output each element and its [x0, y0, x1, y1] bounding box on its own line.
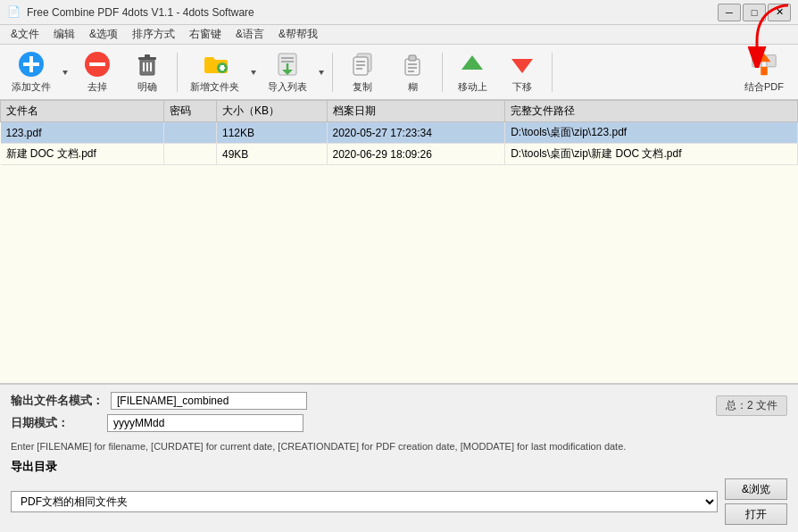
menu-language[interactable]: &语言	[229, 25, 271, 44]
export-directory-select[interactable]: PDF文档的相同文件夹	[11, 491, 718, 512]
cell-size: 112KB	[216, 122, 327, 144]
remove-label: 去掉	[87, 80, 107, 94]
table-row[interactable]: 123.pdf 112KB 2020-05-27 17:23:34 D:\too…	[1, 122, 798, 144]
copy-button[interactable]: 复制	[339, 48, 386, 96]
col-header-size[interactable]: 大小（KB）	[216, 101, 327, 122]
combine-label: 结合PDF	[744, 80, 784, 94]
cell-date: 2020-06-29 18:09:26	[327, 144, 505, 165]
import-dropdown[interactable]	[317, 48, 326, 96]
output-input[interactable]	[111, 392, 307, 410]
output-row: 输出文件名模式：	[11, 392, 698, 410]
add-file-dropdown[interactable]	[61, 48, 71, 96]
col-header-date[interactable]: 档案日期	[327, 101, 505, 122]
menu-help[interactable]: &帮帮我	[271, 25, 325, 44]
total-section: 总：2 文件	[716, 392, 787, 416]
add-file-button[interactable]: 添加文件	[5, 48, 57, 96]
minimize-button[interactable]: ─	[718, 4, 741, 21]
form-section: 输出文件名模式： 日期模式：	[11, 392, 698, 436]
date-label: 日期模式：	[11, 415, 100, 431]
combine-icon	[750, 50, 778, 79]
cell-password	[163, 122, 216, 144]
sep1	[177, 53, 178, 92]
col-header-path[interactable]: 完整文件路径	[505, 101, 798, 122]
svg-rect-26	[356, 68, 362, 70]
paste-icon	[398, 50, 427, 79]
open-button[interactable]: 打开	[725, 503, 787, 525]
cell-path: D:\tools\桌面\zip\新建 DOC 文档.pdf	[505, 144, 798, 165]
browse-button[interactable]: &浏览	[725, 478, 787, 500]
move-down-label: 下移	[512, 80, 532, 94]
clear-button[interactable]: 明确	[124, 48, 170, 96]
move-down-button[interactable]: 下移	[499, 48, 545, 96]
new-folder-label: 新增文件夹	[190, 80, 239, 94]
output-label: 输出文件名模式：	[11, 393, 104, 409]
cell-password	[163, 144, 216, 165]
remove-button[interactable]: 去掉	[74, 48, 121, 96]
main-content: 文件名 密码 大小（KB） 档案日期 完整文件路径 123.pdf 112KB …	[0, 100, 798, 532]
bottom-panel: 输出文件名模式： 日期模式： 总：2 文件 Enter [FILENAME] f…	[0, 384, 798, 532]
add-file-label: 添加文件	[12, 80, 51, 94]
cell-date: 2020-05-27 17:23:34	[327, 122, 505, 144]
svg-rect-8	[145, 54, 150, 58]
sep2	[332, 53, 333, 92]
app-title: Free Combine PDF 4dots V1.1 - 4dots Soft…	[27, 6, 254, 19]
svg-rect-24	[356, 61, 365, 62]
file-table-container: 文件名 密码 大小（KB） 档案日期 完整文件路径 123.pdf 112KB …	[0, 100, 798, 384]
file-table: 文件名 密码 大小（KB） 档案日期 完整文件路径 123.pdf 112KB …	[0, 100, 798, 165]
export-title: 导出目录	[11, 459, 787, 475]
svg-rect-14	[220, 67, 225, 69]
svg-marker-21	[319, 71, 324, 75]
clear-icon	[133, 50, 162, 79]
new-folder-dropdown[interactable]	[249, 48, 258, 96]
bottom-top-row: 输出文件名模式： 日期模式： 总：2 文件	[11, 392, 787, 436]
hint-text: Enter [FILENAME] for filename, [CURDATE]…	[11, 440, 787, 453]
paste-label: 糊	[408, 80, 418, 94]
toolbar: 添加文件 去掉 明确	[0, 45, 798, 100]
svg-rect-29	[408, 63, 417, 65]
title-bar-left: 📄 Free Combine PDF 4dots V1.1 - 4dots So…	[7, 5, 254, 20]
sep4	[552, 53, 553, 92]
menu-bar: &文件 编辑 &选项 排序方式 右窗键 &语言 &帮帮我	[0, 25, 798, 45]
svg-marker-3	[62, 71, 68, 75]
app-icon: 📄	[7, 5, 21, 20]
svg-rect-17	[281, 57, 294, 59]
import-icon	[273, 50, 302, 79]
paste-button[interactable]: 糊	[389, 48, 436, 96]
menu-sort[interactable]: 排序方式	[125, 25, 182, 44]
menu-right-key[interactable]: 右窗键	[182, 25, 229, 44]
copy-label: 复制	[353, 80, 372, 94]
svg-rect-31	[408, 71, 414, 72]
svg-rect-28	[409, 55, 416, 61]
export-buttons: &浏览 打开	[725, 478, 787, 525]
svg-rect-18	[281, 61, 294, 62]
svg-rect-25	[356, 64, 365, 66]
move-up-button[interactable]: 移动上	[449, 48, 495, 96]
maximize-button[interactable]: □	[743, 4, 766, 21]
table-row[interactable]: 新建 DOC 文档.pdf 49KB 2020-06-29 18:09:26 D…	[1, 144, 798, 165]
clear-label: 明确	[137, 80, 157, 94]
svg-rect-30	[408, 67, 417, 69]
remove-icon	[83, 50, 112, 79]
title-bar: 📄 Free Combine PDF 4dots V1.1 - 4dots So…	[0, 0, 798, 25]
move-up-label: 移动上	[458, 80, 487, 94]
total-badge: 总：2 文件	[716, 395, 787, 416]
svg-marker-15	[251, 71, 256, 75]
svg-marker-32	[461, 55, 483, 70]
menu-options[interactable]: &选项	[82, 25, 125, 44]
close-button[interactable]: ✕	[768, 4, 791, 21]
combine-button[interactable]: 结合PDF	[736, 48, 793, 96]
cell-size: 49KB	[216, 144, 327, 165]
move-down-icon	[508, 50, 536, 79]
date-input[interactable]	[107, 414, 303, 432]
new-folder-button[interactable]: 新增文件夹	[184, 48, 245, 96]
move-up-icon	[458, 50, 486, 79]
col-header-name[interactable]: 文件名	[1, 101, 164, 122]
menu-edit[interactable]: 编辑	[46, 25, 82, 44]
menu-file[interactable]: &文件	[4, 25, 46, 44]
col-header-password[interactable]: 密码	[163, 101, 216, 122]
cell-path: D:\tools\桌面\zip\123.pdf	[505, 122, 798, 144]
cell-name: 123.pdf	[1, 122, 164, 144]
import-button[interactable]: 导入列表	[262, 48, 313, 96]
cell-name: 新建 DOC 文档.pdf	[1, 144, 164, 165]
new-folder-icon	[201, 50, 229, 79]
